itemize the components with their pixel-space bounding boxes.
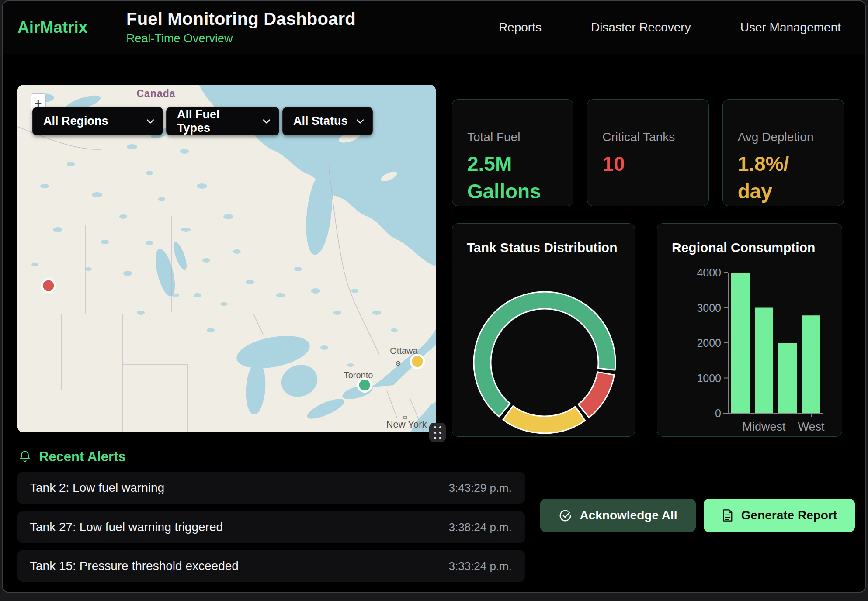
svg-text:West: West xyxy=(798,420,825,433)
status-filter-value: All Status xyxy=(293,114,348,128)
status-filter-select[interactable]: All Status xyxy=(282,107,373,135)
alert-message: Tank 2: Low fuel warning xyxy=(30,481,164,495)
stat-card-total-fuel: Total Fuel 2.5M Gallons xyxy=(452,99,573,206)
nav-user-management[interactable]: User Management xyxy=(740,21,841,35)
alert-row-2[interactable]: Tank 27: Low fuel warning triggered 3:38… xyxy=(17,511,525,543)
map-label-newyork: New York xyxy=(386,419,427,430)
fuel-type-filter-select[interactable]: All Fuel Types xyxy=(166,107,279,135)
chevron-down-icon xyxy=(263,119,270,124)
tank-status-card: Tank Status Distribution xyxy=(452,223,635,437)
stat-value: 10 xyxy=(602,150,683,178)
map-canvas: Canada Ottawa Toronto New York xyxy=(17,85,436,432)
stat-value: 1.8%/​day xyxy=(738,150,819,206)
region-filter-value: All Regions xyxy=(43,114,108,128)
svg-text:2000: 2000 xyxy=(697,337,721,349)
map-filters: All Regions All Fuel Types All Status xyxy=(32,107,373,135)
stat-card-avg-depletion: Avg Depletion 1.8%/​day xyxy=(722,99,844,206)
alert-message: Tank 27: Low fuel warning triggered xyxy=(30,520,223,534)
svg-text:Midwest: Midwest xyxy=(742,420,786,433)
title-block: Fuel Monitoring Dashboard Real-Time Over… xyxy=(126,9,356,45)
stat-label: Total Fuel xyxy=(467,130,573,144)
tank-status-donut-chart xyxy=(452,224,635,437)
main-nav: Reports Disaster Recovery User Managemen… xyxy=(499,21,865,35)
bell-icon xyxy=(18,450,31,464)
map-label-ottawa: Ottawa xyxy=(390,346,418,356)
stat-label: Critical Tanks xyxy=(602,130,708,144)
page-title: Fuel Monitoring Dashboard xyxy=(126,9,356,29)
ottawa-town-dot-core xyxy=(397,363,399,364)
recent-alerts-title: Recent Alerts xyxy=(39,449,126,465)
recent-alerts-header: Recent Alerts xyxy=(18,449,126,465)
stat-label: Avg Depletion xyxy=(738,130,844,144)
alert-timestamp: 3:43:29 p.m. xyxy=(448,481,512,495)
regional-consumption-bar-chart: 01000200030004000MidwestWest xyxy=(657,224,843,437)
fuel-map[interactable]: Canada Ottawa Toronto New York + − All R… xyxy=(17,85,436,432)
document-icon xyxy=(722,509,734,522)
stat-card-critical-tanks: Critical Tanks 10 xyxy=(587,99,708,206)
check-circle-icon xyxy=(559,509,572,522)
alert-row-1[interactable]: Tank 2: Low fuel warning 3:43:29 p.m. xyxy=(17,472,525,504)
app-logo[interactable]: AirMatrix xyxy=(17,18,126,37)
chevron-down-icon xyxy=(147,119,154,124)
svg-text:4000: 4000 xyxy=(697,266,721,279)
tank-marker-1[interactable] xyxy=(42,279,55,292)
acknowledge-all-button[interactable]: Acknowledge All xyxy=(540,499,696,532)
alert-message: Tank 15: Pressure threshold exceeded xyxy=(30,559,239,573)
generate-report-label: Generate Report xyxy=(741,508,837,522)
alert-row-3[interactable]: Tank 15: Pressure threshold exceeded 3:3… xyxy=(17,550,525,582)
acknowledge-all-label: Acknowledge All xyxy=(580,508,677,522)
svg-text:1000: 1000 xyxy=(697,372,721,384)
svg-text:0: 0 xyxy=(715,407,721,419)
stat-value: 2.5M Gallons xyxy=(467,150,548,206)
region-filter-select[interactable]: All Regions xyxy=(32,107,163,135)
regional-consumption-card: Regional Consumption 01000200030004000Mi… xyxy=(657,223,842,437)
app-header: AirMatrix Fuel Monitoring Dashboard Real… xyxy=(3,1,865,54)
donut-chart-title: Tank Status Distribution xyxy=(467,240,617,255)
generate-report-button[interactable]: Generate Report xyxy=(704,499,855,532)
nav-reports[interactable]: Reports xyxy=(499,21,542,35)
svg-text:3000: 3000 xyxy=(697,302,721,314)
stat-cards: Total Fuel 2.5M Gallons Critical Tanks 1… xyxy=(452,99,844,201)
alert-timestamp: 3:33:24 p.m. xyxy=(448,560,512,573)
chevron-down-icon xyxy=(357,119,364,124)
page-subtitle: Real-Time Overview xyxy=(126,32,356,45)
bar-chart-title: Regional Consumption xyxy=(672,240,815,255)
fuel-type-filter-value: All Fuel Types xyxy=(177,108,255,135)
tank-marker-2[interactable] xyxy=(411,355,424,368)
alert-timestamp: 3:38:24 p.m. xyxy=(448,521,512,534)
nav-disaster-recovery[interactable]: Disaster Recovery xyxy=(591,21,691,35)
map-label-toronto: Toronto xyxy=(344,370,373,380)
tank-marker-3[interactable] xyxy=(358,379,371,392)
resize-grip-handle[interactable] xyxy=(429,423,446,442)
dashboard-frame: AirMatrix Fuel Monitoring Dashboard Real… xyxy=(2,0,866,593)
map-label-canada: Canada xyxy=(136,88,175,99)
